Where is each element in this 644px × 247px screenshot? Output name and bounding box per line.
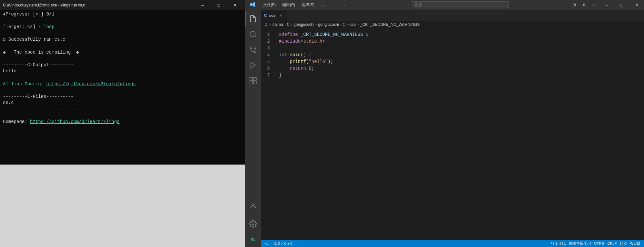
status-tabsize[interactable]: 制表符长度: 4 [568, 240, 592, 247]
vscode-logo [245, 0, 260, 10]
editor-scrollbar[interactable] [641, 28, 644, 240]
token-printf-paren: ( [306, 58, 309, 65]
fullscreen-icon-button[interactable]: ⤢ [589, 1, 598, 9]
nav-back-button[interactable]: ← [329, 1, 338, 9]
breadcrumb-sep1: › [270, 22, 271, 27]
status-position[interactable]: 行 1, 列 1 [550, 240, 567, 247]
tab-bar: C cs.c ✕ [261, 10, 644, 21]
line-num-3: 3 [263, 45, 270, 52]
vscode-minimize-button[interactable]: ─ [599, 0, 614, 10]
status-lineending[interactable]: CRLF [606, 240, 618, 247]
error-count: 0 [278, 242, 280, 245]
vscode-search-container [351, 1, 570, 8]
activity-extensions[interactable] [245, 73, 261, 88]
cmd-cursor-line: _ [3, 125, 242, 132]
cmd-titlebar: C:\Windows\system32\cmd.exe - xlings run… [0, 0, 245, 10]
token-printf-close: ); [328, 58, 333, 65]
cmd-window: C:\Windows\system32\cmd.exe - xlings run… [0, 0, 245, 165]
menu-file[interactable]: 文件(F) [260, 0, 279, 10]
vscode-right-icons: ⊞ ⧉ ⤢ [570, 1, 599, 9]
breadcrumb-csc[interactable]: cs.c [349, 22, 356, 27]
encoding-text: UTF-8 [594, 242, 604, 245]
code-editor: 1 2 3 4 5 6 7 #define _CRT_SECURE_NO_WAR… [261, 28, 644, 240]
vscode-close-button[interactable]: ✕ [629, 0, 644, 10]
tabsize-text: 制表符长度: 4 [569, 241, 591, 246]
activity-account[interactable] [245, 198, 261, 213]
layout-icon-button[interactable]: ⊞ [570, 1, 579, 9]
menu-select[interactable]: 选择(S) [298, 0, 318, 10]
settings-icon [249, 220, 257, 228]
menu-more[interactable]: ··· [318, 0, 327, 10]
svg-point-2 [250, 47, 252, 49]
code-line-5: printf("hello"); [279, 58, 636, 65]
token-macro-name: _CRT_SECURE_NO_WARNINGS [301, 31, 363, 38]
vscode-maximize-button[interactable]: □ [614, 0, 629, 10]
token-paren-open: () { [301, 52, 312, 58]
cmd-line-success: ☐ Successfully ran cs.c [3, 36, 242, 43]
svg-rect-7 [250, 77, 253, 80]
token-header: <stdio.h> [301, 38, 325, 45]
activity-search[interactable] [245, 26, 261, 42]
breadcrumb-sep5: › [340, 22, 341, 27]
cmd-separator-bottom: ----------------------------- [3, 106, 242, 113]
svg-point-3 [254, 51, 256, 53]
activity-run[interactable] [245, 57, 261, 73]
breadcrumb-gongjuceshi1[interactable]: gongjuceshi [293, 22, 314, 27]
svg-point-0 [250, 31, 255, 36]
cmd-titlebar-buttons: ─ □ ✕ [195, 0, 242, 10]
svg-point-4 [254, 47, 256, 49]
breadcrumb-d[interactable]: D: [265, 22, 269, 27]
info-count: 0 [290, 242, 292, 245]
status-errors[interactable]: ⚠ 0 △ 0 ♥ 0 [272, 240, 294, 247]
cmd-maximize-button[interactable]: □ [211, 0, 226, 10]
activity-source-control[interactable] [245, 42, 261, 57]
nav-forward-button[interactable]: → [339, 1, 348, 9]
status-platform[interactable]: Win32 [629, 240, 641, 247]
cmd-line-blank5 [3, 75, 242, 81]
error-icon: ⚠ [274, 242, 277, 246]
tab-close-button[interactable]: ✕ [278, 13, 283, 18]
activity-xlings[interactable]: xL [245, 232, 261, 247]
vscode-search-input[interactable] [412, 1, 509, 8]
account-icon [249, 202, 257, 210]
line-numbers: 1 2 3 4 5 6 7 [261, 28, 274, 240]
language-name: C [624, 242, 627, 245]
activity-explorer[interactable] [245, 11, 261, 26]
split-icon-button[interactable]: ⧉ [579, 1, 588, 9]
line-num-5: 5 [263, 58, 270, 65]
cmd-loop-label: loop [44, 24, 55, 29]
token-string: "hello" [309, 58, 328, 65]
cmd-line-blank6 [3, 87, 242, 94]
activity-settings[interactable] [245, 216, 261, 232]
tab-cs-c[interactable]: C cs.c ✕ [261, 10, 287, 21]
cmd-line-blank7 [3, 113, 242, 119]
tab-c-icon: C [264, 13, 267, 18]
status-xlings[interactable]: xL [263, 240, 270, 247]
breadcrumb-sep7: › [358, 22, 359, 27]
breadcrumb-c1[interactable]: C [287, 22, 290, 27]
cmd-close-button[interactable]: ✕ [228, 0, 242, 10]
svg-point-12 [252, 223, 254, 225]
vscode-win-buttons: ─ □ ✕ [599, 0, 644, 10]
token-define: #define [279, 31, 298, 38]
info-icon: ♥ [287, 242, 290, 245]
breadcrumb-c2[interactable]: C [342, 22, 345, 27]
diamond-icon: ◆ [76, 50, 79, 55]
cmd-aitips-link[interactable]: https://github.com/d2learn/xlings [46, 81, 136, 87]
code-line-1: #define _CRT_SECURE_NO_WARNINGS 1 [279, 31, 636, 38]
cmd-separator-c: ---------C-Output--------- [3, 62, 242, 68]
token-return: return [290, 65, 306, 72]
breadcrumb-define[interactable]: _CRT_SECURE_NO_WARNINGS [360, 22, 420, 27]
run-icon [249, 61, 257, 69]
cmd-homepage-link[interactable]: https://github.com/d2learn/xlings [30, 119, 119, 124]
extensions-icon [249, 77, 257, 85]
svg-point-11 [252, 203, 254, 206]
cmd-minimize-button[interactable]: ─ [195, 0, 210, 10]
breadcrumb-gongjuceshi2[interactable]: gongjuceshi [318, 22, 339, 27]
status-encoding[interactable]: UTF-8 [593, 240, 606, 247]
breadcrumb-daima[interactable]: daima [272, 22, 283, 27]
menu-edit[interactable]: 编辑(E) [279, 0, 298, 10]
line-num-6: 6 [263, 65, 270, 72]
status-language[interactable]: { } C [618, 240, 628, 247]
code-content[interactable]: #define _CRT_SECURE_NO_WARNINGS 1 #inclu… [274, 28, 636, 240]
